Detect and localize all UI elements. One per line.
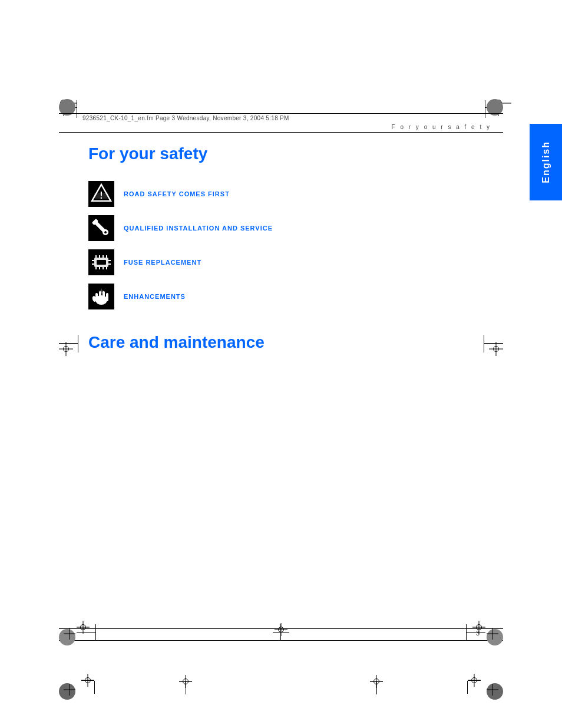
header-bottom-rule <box>59 132 503 133</box>
svg-rect-22 <box>103 267 104 269</box>
border-br-v <box>466 624 467 641</box>
menu-item-fuse-replacement: FUSE REPLACEMENT <box>88 249 491 275</box>
border-line-top-right-v <box>485 100 485 118</box>
enhancements-label: ENHANCEMENTS <box>124 293 186 300</box>
reg-mark-mid-left <box>59 342 73 356</box>
border-vbr-v <box>467 681 468 694</box>
border-bl-v <box>95 624 96 641</box>
language-tab: English <box>530 124 562 200</box>
svg-rect-18 <box>103 255 104 258</box>
reg-mark-bottom-center <box>275 623 287 636</box>
hand-icon <box>88 284 114 309</box>
road-safety-label: ROAD SAFETY COMES FIRST <box>124 190 230 197</box>
safety-heading: For your safety <box>88 144 491 163</box>
border-bc-v <box>280 624 281 641</box>
menu-item-qualified-installation: QUALIFIED INSTALLATION AND SERVICE <box>88 215 491 241</box>
care-heading: Care and maintenance <box>88 333 491 352</box>
svg-rect-12 <box>92 260 94 261</box>
svg-rect-14 <box>108 260 111 261</box>
footer-bottom-rule <box>59 640 503 641</box>
border-vbr-h <box>468 680 481 681</box>
safety-menu: ! ROAD SAFETY COMES FIRST <box>88 181 491 309</box>
language-label: English <box>541 141 551 183</box>
menu-item-enhancements: ENHANCEMENTS <box>88 284 491 309</box>
svg-rect-21 <box>99 267 100 269</box>
border-br-h <box>467 632 485 633</box>
border-vbcr-v <box>376 681 377 694</box>
svg-rect-19 <box>106 255 107 258</box>
svg-rect-17 <box>99 255 100 258</box>
wrench-icon <box>88 215 114 241</box>
reg-mark-bottom-right-outer <box>487 628 498 640</box>
border-vbl-v <box>94 681 95 694</box>
svg-rect-23 <box>106 267 107 269</box>
border-right-mid-v <box>484 335 484 353</box>
header-top-rule <box>59 113 503 114</box>
menu-item-road-safety: ! ROAD SAFETY COMES FIRST <box>88 181 491 207</box>
fuse-icon <box>88 249 114 275</box>
svg-rect-11 <box>97 260 106 265</box>
svg-rect-13 <box>92 263 94 265</box>
border-vbcl-v <box>186 681 186 694</box>
fuse-replacement-label: FUSE REPLACEMENT <box>124 259 201 266</box>
svg-rect-16 <box>95 255 97 258</box>
header-meta-text: 9236521_CK-10_1_en.fm Page 3 Wednesday, … <box>82 115 289 121</box>
section-header-label: F o r y o u r s a f e t y <box>392 124 491 130</box>
road-safety-icon: ! <box>88 181 114 207</box>
reg-mark-bottom-left-outer <box>64 628 75 640</box>
border-bc-h <box>273 632 289 633</box>
border-bl-h <box>77 632 95 633</box>
svg-rect-15 <box>108 263 111 265</box>
border-left-mid-h <box>59 343 78 344</box>
reg-mark-mid-right <box>489 342 503 356</box>
border-line-top-left-v <box>77 100 77 118</box>
border-vbl-h <box>81 680 94 681</box>
svg-rect-29 <box>106 293 108 301</box>
svg-rect-3 <box>94 193 108 199</box>
reg-mark-vbottom-left <box>64 684 75 696</box>
reg-mark-vbottom-right <box>487 684 498 696</box>
main-content: For your safety ! ROAD SAFETY COMES FIRS… <box>88 144 491 352</box>
border-left-mid-v <box>78 335 78 353</box>
border-right-mid-h <box>484 343 503 344</box>
qualified-installation-label: QUALIFIED INSTALLATION AND SERVICE <box>124 225 273 232</box>
svg-rect-20 <box>95 267 97 269</box>
